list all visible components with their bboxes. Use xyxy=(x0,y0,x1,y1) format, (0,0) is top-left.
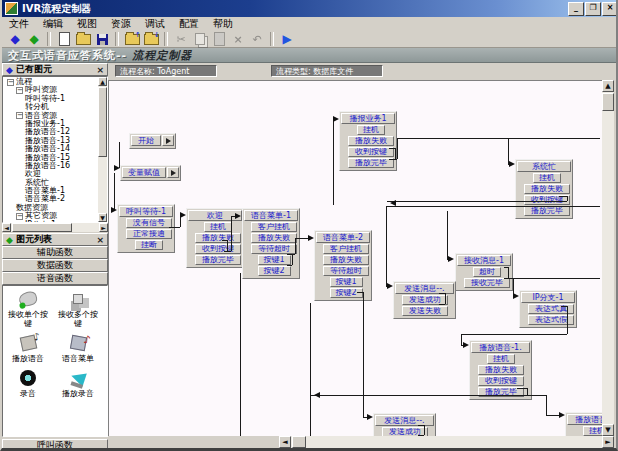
flow-canvas[interactable]: 开始变量赋值呼叫等待-1没有信号正常接通挂断欢迎挂机播放失败收到按键播放完毕语音… xyxy=(108,80,603,437)
flow-node-IP分支-1[interactable]: IP分支-1表达式真表达式假 xyxy=(519,290,577,328)
flow-node-播报业务1[interactable]: 播报业务1挂机播放失败收到按键播放完毕 xyxy=(339,111,397,171)
menu-item-3[interactable]: 资源 xyxy=(104,17,138,31)
flow-node-开始[interactable]: 开始 xyxy=(129,133,176,149)
tree-item-播放语音-16[interactable]: 播放语音-16 xyxy=(4,162,99,170)
menu-item-1[interactable]: 编辑 xyxy=(36,17,70,31)
scroll-thumb[interactable] xyxy=(292,436,306,448)
node-port-超时[interactable]: 超时 xyxy=(473,267,501,277)
scroll-up-icon[interactable]: ▲ xyxy=(602,80,614,92)
node-port-收到按键[interactable]: 收到按键 xyxy=(478,376,524,386)
node-port-发送失败[interactable]: 发送失败 xyxy=(402,306,448,316)
menu-item-5[interactable]: 配置 xyxy=(172,17,206,31)
canvas-horizontal-scrollbar[interactable]: ◄ ► xyxy=(279,436,614,448)
group-bar-voice[interactable]: 语音函数 xyxy=(2,272,108,285)
node-title[interactable]: 变量赋值 xyxy=(122,167,166,178)
tree-item-呼叫等待-1[interactable]: 呼叫等待-1 xyxy=(4,95,99,103)
title-bar[interactable]: IVR流程定制器 _ ❐ × xyxy=(2,0,618,17)
tree-collapse-icon[interactable]: − xyxy=(16,213,23,220)
node-port-挂机[interactable]: 挂机 xyxy=(487,354,515,364)
flow-node-语音菜单-2[interactable]: 语音菜单-2客户挂机播放失败等待超时按键1按键2 xyxy=(314,230,372,301)
scroll-thumb[interactable] xyxy=(12,223,72,232)
new-file-icon[interactable] xyxy=(55,32,73,47)
minimize-button[interactable]: _ xyxy=(568,2,584,16)
flow-node-播放语音-1.[interactable]: 播放语音-1.挂机播放失败 xyxy=(565,412,603,437)
scroll-right-icon[interactable]: ► xyxy=(99,223,108,232)
flow-node-语音菜单-1[interactable]: 语音菜单-1客户挂机播放失败等待超时按键1按键2 xyxy=(242,208,300,279)
back-diamond-icon[interactable]: ◆ xyxy=(6,32,24,47)
node-port-按键1[interactable]: 按键1 xyxy=(258,255,291,265)
group-bar-auxiliary[interactable]: 辅助函数 xyxy=(2,246,108,259)
node-title[interactable]: 播放语音-1. xyxy=(471,342,530,353)
import-flow-icon[interactable]: ↑ xyxy=(123,32,141,47)
tree-vertical-scrollbar[interactable]: ▲ ▼ xyxy=(98,77,107,222)
scroll-left-icon[interactable]: ◄ xyxy=(279,436,291,448)
node-port-挂机[interactable]: 挂机 xyxy=(204,222,232,232)
palette-item-录音[interactable]: 录音 xyxy=(3,367,53,398)
node-port-挂机[interactable]: 挂机 xyxy=(357,125,385,135)
node-port-播放失败[interactable]: 播放失败 xyxy=(323,255,369,265)
flow-node-发送消息--.[interactable]: 发送消息--.发送成功发送失败 xyxy=(393,281,456,319)
node-port-收到按键[interactable]: 收到按键 xyxy=(195,244,241,254)
menu-item-2[interactable]: 视图 xyxy=(70,17,104,31)
flow-node-发送消息--.[interactable]: 发送消息--.发送成功发送失败 xyxy=(373,413,436,437)
group-bar-data[interactable]: 数据函数 xyxy=(2,259,108,272)
node-port-播放完毕[interactable]: 播放完毕 xyxy=(524,206,570,216)
menu-item-4[interactable]: 调试 xyxy=(138,17,172,31)
node-port-挂机[interactable]: 挂机 xyxy=(533,173,561,183)
node-port-播放失败[interactable]: 播放失败 xyxy=(251,233,297,243)
scroll-right-icon[interactable]: ► xyxy=(602,436,614,448)
tree-horizontal-scrollbar[interactable]: ◄ ► xyxy=(2,223,108,232)
run-icon[interactable]: ▶ xyxy=(278,32,296,47)
node-port-等待超时[interactable]: 等待超时 xyxy=(323,266,369,276)
node-port-播放失败[interactable]: 播放失败 xyxy=(195,233,241,243)
node-port-按键1[interactable]: 按键1 xyxy=(330,277,363,287)
node-port-挂断[interactable]: 挂断 xyxy=(135,240,163,250)
node-port-播放失败[interactable]: 播放失败 xyxy=(524,184,570,194)
node-title[interactable]: 呼叫等待-1 xyxy=(119,206,173,217)
tree-collapse-icon[interactable]: − xyxy=(16,87,23,94)
close-button[interactable]: × xyxy=(602,2,618,16)
palette-item-语音菜单[interactable]: 语音菜单 xyxy=(53,332,103,363)
menu-item-6[interactable]: 帮助 xyxy=(206,17,240,31)
restore-button[interactable]: ❐ xyxy=(585,2,601,16)
node-title[interactable]: 开始 xyxy=(131,135,161,146)
node-port-按键2[interactable]: 按键2 xyxy=(330,288,363,298)
node-port-播放失败[interactable]: 播放失败 xyxy=(348,136,394,146)
node-title[interactable]: 播报业务1 xyxy=(341,113,395,124)
node-port-没有信号[interactable]: 没有信号 xyxy=(126,218,172,228)
flow-node-呼叫等待-1[interactable]: 呼叫等待-1没有信号正常接通挂断 xyxy=(117,204,175,253)
node-expand-arrow-icon[interactable] xyxy=(167,167,179,178)
node-port-等待超时[interactable]: 等待超时 xyxy=(251,244,297,254)
node-title[interactable]: 系统忙 xyxy=(517,161,571,172)
scroll-thumb[interactable] xyxy=(602,93,614,111)
node-port-播放失败[interactable]: 播放失败 xyxy=(478,365,524,375)
tree-collapse-icon[interactable]: − xyxy=(7,79,14,86)
node-title[interactable]: 播放语音-1. xyxy=(567,414,603,425)
scroll-up-icon[interactable]: ▲ xyxy=(98,77,107,86)
flow-node-变量赋值[interactable]: 变量赋值 xyxy=(120,165,181,181)
flow-node-接收消息-1[interactable]: 接收消息-1超时接收完毕 xyxy=(455,253,513,291)
canvas-vertical-scrollbar[interactable]: ▲ ▼ xyxy=(602,80,614,436)
group-bar-call[interactable]: 呼叫函数 xyxy=(2,439,108,451)
scroll-down-icon[interactable]: ▼ xyxy=(602,424,614,436)
node-title[interactable]: IP分支-1 xyxy=(521,292,575,303)
forward-diamond-icon[interactable]: ◆ xyxy=(25,32,43,47)
node-port-接收完毕[interactable]: 接收完毕 xyxy=(464,278,510,288)
flow-node-播放语音-1.[interactable]: 播放语音-1.挂机播放失败收到按键播放完毕 xyxy=(469,340,532,400)
node-port-挂机[interactable]: 挂机 xyxy=(583,426,603,436)
node-port-客户挂机[interactable]: 客户挂机 xyxy=(251,222,297,232)
scroll-thumb[interactable] xyxy=(98,87,107,157)
open-folder-icon[interactable] xyxy=(74,32,92,47)
node-title[interactable]: 发送消息--. xyxy=(375,415,434,426)
node-port-正常接通[interactable]: 正常接通 xyxy=(126,229,172,239)
node-title[interactable]: 语音菜单-2 xyxy=(316,232,370,243)
node-expand-arrow-icon[interactable] xyxy=(162,135,174,146)
node-port-收到按键[interactable]: 收到按键 xyxy=(348,147,394,157)
panel-close-icon[interactable]: × xyxy=(96,65,104,75)
save-icon[interactable] xyxy=(93,32,111,47)
node-title[interactable]: 语音菜单-1 xyxy=(244,210,298,221)
node-port-客户挂机[interactable]: 客户挂机 xyxy=(323,244,369,254)
node-title[interactable]: 接收消息-1 xyxy=(457,255,511,266)
export-flow-icon[interactable]: ↓ xyxy=(142,32,160,47)
palette-item-播放语音[interactable]: 播放语音 xyxy=(3,332,53,363)
